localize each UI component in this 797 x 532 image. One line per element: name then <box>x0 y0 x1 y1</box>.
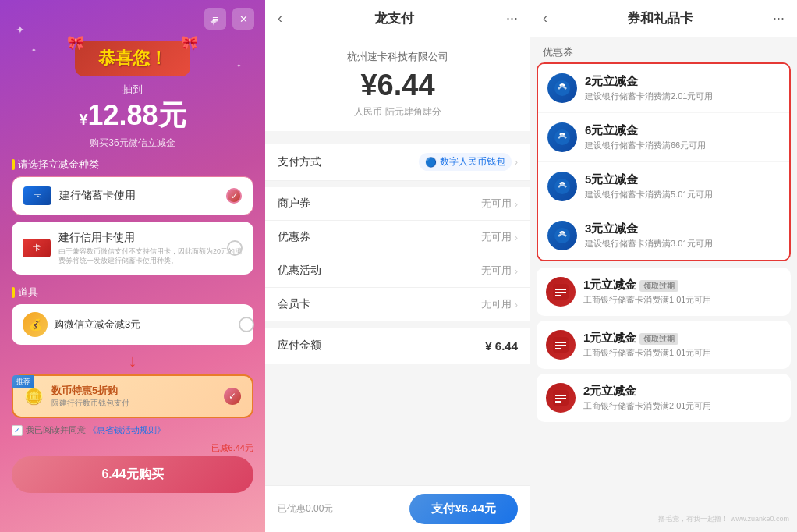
coupon-item-inner: 2元立减金 工商银行储蓄卡消费满2.01元可用 <box>537 374 791 422</box>
chevron-right-icon: › <box>515 156 518 168</box>
chevron-right-icon-4: › <box>515 265 518 277</box>
section-gap-2 <box>265 181 530 187</box>
svg-rect-14 <box>555 398 566 399</box>
svg-rect-13 <box>555 395 566 396</box>
normal-coupon-item[interactable]: 1元立减金领取过期 工商银行储蓄卡消费满1.01元可用 <box>537 268 791 316</box>
agree-text: 我已阅读并同意 《惠省钱活动规则》 <box>26 424 165 436</box>
right-header: ‹ 券和礼品卡 ··· <box>530 0 797 37</box>
highlighted-coupon-item[interactable]: 3元立减金 建设银行储蓄卡消费满3.01元可用 <box>538 211 789 260</box>
coupon-item-inner: 1元立减金领取过期 工商银行储蓄卡消费满1.01元可用 <box>537 268 791 316</box>
mid-amount-sub: 人民币 陆元肆角肆分 <box>278 105 518 119</box>
mid-footer-discount: 已优惠0.00元 <box>278 502 333 516</box>
coupon-desc: 建设银行储蓄卡消费满3.01元可用 <box>585 238 780 250</box>
discount-coupon-label: 优惠券 <box>278 230 310 244</box>
ccb-bank-icon <box>547 172 577 201</box>
discount-coupon-row[interactable]: 优惠券 无可用 › <box>265 221 530 254</box>
coupon-details: 3元立减金 建设银行储蓄卡消费满3.01元可用 <box>585 222 780 250</box>
star-decoration: ✦ <box>31 47 37 54</box>
svg-rect-9 <box>555 342 566 343</box>
activity-row[interactable]: 优惠活动 无可用 › <box>265 254 530 288</box>
coupon-title: 3元立减金 <box>585 222 780 236</box>
card-option-savings[interactable]: 卡 建行储蓄卡使用 ✓ <box>12 176 253 215</box>
normal-coupon-item[interactable]: 2元立减金 工商银行储蓄卡消费满2.01元可用 <box>537 374 791 422</box>
highlighted-coupon-item[interactable]: 5元立减金 建设银行储蓄卡消费满5.01元可用 <box>538 162 789 211</box>
coupon-details: 5元立减金 建设银行储蓄卡消费满5.01元可用 <box>585 172 780 200</box>
right-back-icon[interactable]: ‹ <box>543 10 547 27</box>
highlighted-coupon-item[interactable]: 6元立减金 建设银行储蓄卡消费满66元可用 <box>538 113 789 162</box>
agree-link[interactable]: 《惠省钱活动规则》 <box>88 425 165 434</box>
ccb-bank-icon <box>547 122 577 152</box>
daoju-section: 道具 💰 购微信立减金减3元 ↓ 推荐 🪙 数币特惠5折购 限建行行数币钱包支付… <box>12 286 253 418</box>
select-title: 请选择立减金种类 <box>12 158 253 172</box>
svg-rect-11 <box>555 348 561 349</box>
pay-button[interactable]: 支付¥6.44元 <box>409 494 518 524</box>
icbc-bank-icon <box>546 330 576 360</box>
chevron-right-icon-5: › <box>515 299 518 310</box>
congrats-banner: 恭喜您！ <box>75 41 190 76</box>
right-more-icon[interactable]: ··· <box>773 10 785 27</box>
mid-panel: ‹ 龙支付 ··· 杭州速卡科技有限公司 ¥6.44 人民币 陆元肆角肆分 支付… <box>265 0 530 532</box>
discount-coupon-value: 无可用 › <box>481 230 518 244</box>
total-label: 应付金额 <box>278 339 321 353</box>
coupon-title: 5元立减金 <box>585 172 780 187</box>
special-offer-text: 数币特惠5折购 限建行行数币钱包支付 <box>51 384 216 409</box>
coupon-list: 2元立减金 建设银行储蓄卡消费满2.01元可用 6元立减金 建设银行储蓄卡消费满… <box>530 62 797 532</box>
agree-checkbox[interactable]: ✓ <box>12 425 23 436</box>
special-offer-box[interactable]: 推荐 🪙 数币特惠5折购 限建行行数币钱包支付 ✓ <box>12 374 253 418</box>
pay-method-row[interactable]: 支付方式 🔵 数字人民币钱包 › <box>265 144 530 181</box>
total-value: ¥ 6.44 <box>485 339 518 353</box>
savings-card-icon: 卡 <box>23 186 51 205</box>
special-badge: 推荐 <box>12 375 34 388</box>
member-label: 会员卡 <box>278 297 310 311</box>
right-title: 券和礼品卡 <box>627 9 693 27</box>
mid-more-icon[interactable]: ··· <box>506 10 518 27</box>
mid-header: ‹ 龙支付 ··· <box>265 0 530 37</box>
svg-rect-10 <box>555 345 566 346</box>
daoju1-check <box>239 317 254 332</box>
coupon-desc: 工商银行储蓄卡消费满1.01元可用 <box>583 294 781 306</box>
special-offer-title: 数币特惠5折购 <box>51 384 216 398</box>
close-icon[interactable]: ✕ <box>232 8 254 30</box>
svg-point-3 <box>554 228 570 243</box>
merchant-coupon-row[interactable]: 商户券 无可用 › <box>265 187 530 221</box>
daoju-coin-icon: 💰 <box>23 312 48 337</box>
prize-sub: 购买36元微信立减金 <box>79 137 186 150</box>
daoju-item1[interactable]: 💰 购微信立减金减3元 <box>12 304 253 345</box>
buy-button[interactable]: 6.44元购买 <box>12 456 253 493</box>
highlighted-coupon-group: 2元立减金 建设银行储蓄卡消费满2.01元可用 6元立减金 建设银行储蓄卡消费满… <box>537 62 791 261</box>
special-check: ✓ <box>224 388 241 405</box>
pay-method-value: 🔵 数字人民币钱包 › <box>419 153 518 171</box>
member-row[interactable]: 会员卡 无可用 › <box>265 288 530 321</box>
mid-footer: 已优惠0.00元 支付¥6.44元 <box>265 485 530 532</box>
svg-rect-5 <box>555 289 566 290</box>
coupon-desc: 工商银行储蓄卡消费满1.01元可用 <box>583 347 781 359</box>
coupon-desc: 建设银行储蓄卡消费满66元可用 <box>585 140 780 151</box>
mid-back-icon[interactable]: ‹ <box>278 10 282 27</box>
card-option-credit[interactable]: 卡 建行信用卡使用 由于兼容数币微信支付不支持信用卡，因此面额为20元的消费券将… <box>12 222 253 275</box>
pay-method-label: 支付方式 <box>278 155 321 169</box>
mid-amount: ¥6.44 <box>278 69 518 102</box>
coupon-details: 2元立减金 工商银行储蓄卡消费满2.01元可用 <box>583 384 781 412</box>
coupon-title: 2元立减金 <box>583 384 781 399</box>
special-offer-sub: 限建行行数币钱包支付 <box>51 398 216 409</box>
svg-rect-6 <box>555 292 566 293</box>
svg-point-0 <box>554 80 570 96</box>
chevron-right-icon-2: › <box>515 198 518 210</box>
ccb-bank-icon <box>547 221 577 250</box>
star-decoration: ✦ <box>209 16 218 28</box>
icbc-bank-icon <box>546 277 576 307</box>
daoju-title: 道具 <box>12 286 253 300</box>
coupon-title: 1元立减金领取过期 <box>583 331 781 346</box>
credit-card-icon: 卡 <box>23 239 51 257</box>
coupon-title: 6元立减金 <box>585 123 780 138</box>
normal-coupon-item[interactable]: 1元立减金领取过期 工商银行储蓄卡消费满1.01元可用 <box>537 321 791 369</box>
congrats-text: 恭喜您！ <box>98 47 167 70</box>
highlighted-coupon-item[interactable]: 2元立减金 建设银行储蓄卡消费满2.01元可用 <box>538 64 789 113</box>
pay-method-chip: 🔵 数字人民币钱包 <box>419 153 512 171</box>
coupon-tag: 领取过期 <box>639 280 678 292</box>
svg-point-2 <box>554 179 570 194</box>
star-decoration: ✦ <box>236 62 242 69</box>
right-panel: ‹ 券和礼品卡 ··· 优惠券 2元立减金 建设银行储蓄卡消费满2.01元可用 <box>530 0 797 532</box>
coupon-details: 2元立减金 建设银行储蓄卡消费满2.01元可用 <box>585 74 780 102</box>
daoju1-label: 购微信立减金减3元 <box>54 317 140 332</box>
